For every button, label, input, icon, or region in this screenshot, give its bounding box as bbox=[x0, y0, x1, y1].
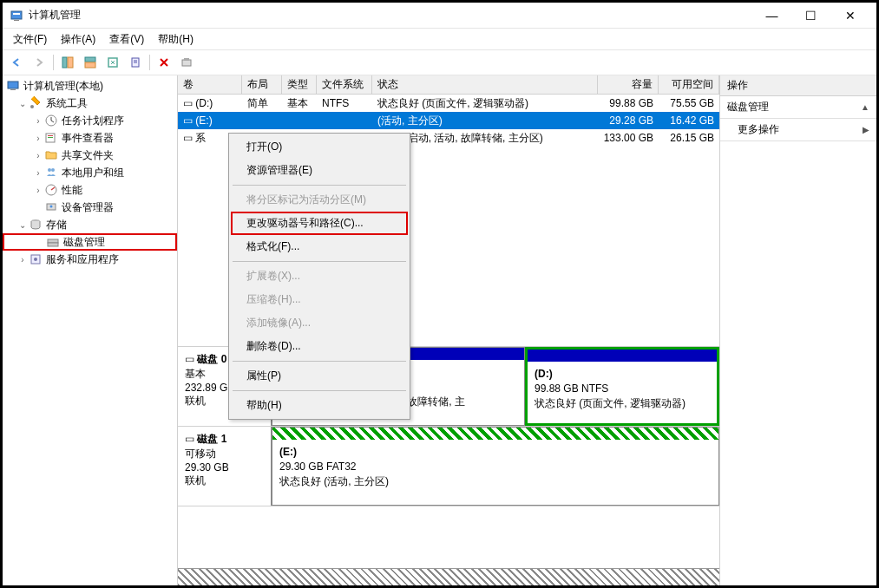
ctx-change-drive-letter[interactable]: 更改驱动器号和路径(C)... bbox=[231, 212, 408, 235]
ctx-open[interactable]: 打开(O) bbox=[231, 135, 408, 159]
expand-icon[interactable]: › bbox=[32, 168, 44, 178]
ctx-properties[interactable]: 属性(P) bbox=[231, 364, 408, 388]
tree-perf[interactable]: › 性能 bbox=[3, 181, 177, 199]
window-controls: — ☐ ✕ bbox=[752, 3, 869, 29]
svg-rect-14 bbox=[10, 89, 16, 90]
refresh-button[interactable] bbox=[102, 52, 123, 73]
tree-label: 设备管理器 bbox=[62, 200, 114, 215]
back-button[interactable] bbox=[6, 52, 27, 73]
collapse-icon[interactable]: ⌄ bbox=[16, 220, 29, 230]
folder-icon bbox=[44, 148, 58, 162]
ctx-delete[interactable]: 删除卷(D)... bbox=[231, 335, 408, 358]
expand-icon[interactable]: › bbox=[32, 116, 44, 126]
svg-point-21 bbox=[51, 168, 55, 172]
svg-rect-1 bbox=[13, 13, 20, 15]
menu-separator bbox=[233, 361, 406, 362]
tree-services[interactable]: › 服务和应用程序 bbox=[3, 251, 177, 268]
properties-button[interactable] bbox=[125, 52, 146, 73]
drive-icon: ▭ bbox=[183, 132, 193, 144]
tree-label: 任务计划程序 bbox=[62, 114, 124, 128]
toolbar-separator bbox=[149, 55, 150, 70]
drive-icon: ▭ bbox=[183, 97, 193, 109]
tree-tasksched[interactable]: › 任务计划程序 bbox=[3, 112, 177, 129]
svg-point-24 bbox=[50, 206, 53, 208]
chevron-up-icon: ▲ bbox=[861, 102, 869, 112]
titlebar: 计算机管理 — ☐ ✕ bbox=[3, 3, 876, 29]
svg-rect-6 bbox=[85, 62, 95, 68]
menu-view[interactable]: 查看(V) bbox=[102, 29, 151, 49]
events-icon bbox=[44, 131, 58, 145]
expand-icon[interactable]: › bbox=[32, 151, 44, 160]
tree-storage[interactable]: ⌄ 存储 bbox=[3, 216, 177, 233]
toolbar-btn-2[interactable] bbox=[80, 52, 101, 73]
partition[interactable]: (E:) 29.30 GB FAT32 状态良好 (活动, 主分区) bbox=[272, 427, 719, 506]
app-icon bbox=[10, 9, 23, 23]
maximize-button[interactable]: ☐ bbox=[791, 3, 830, 29]
tree-eventviewer[interactable]: › 事件查看器 bbox=[3, 129, 177, 147]
svg-rect-27 bbox=[48, 243, 58, 246]
ctx-explorer[interactable]: 资源管理器(E) bbox=[231, 159, 408, 182]
forward-button[interactable] bbox=[29, 52, 49, 73]
ctx-extend: 扩展卷(X)... bbox=[231, 265, 408, 288]
volume-row[interactable]: ▭ (E:) (活动, 主分区) 29.28 GB 16.42 GB bbox=[178, 112, 719, 129]
ctx-help[interactable]: 帮助(H) bbox=[231, 394, 408, 417]
col-volume[interactable]: 卷 bbox=[178, 75, 242, 94]
col-free[interactable]: 可用空间 bbox=[659, 75, 719, 94]
tree-systools[interactable]: ⌄ 系统工具 bbox=[3, 95, 177, 112]
storage-icon bbox=[29, 218, 43, 232]
partition-header bbox=[528, 350, 717, 362]
partition[interactable]: (D:) 99.88 GB NTFS 状态良好 (页面文件, 逻辑驱动器) bbox=[525, 347, 719, 426]
tree-label: 磁盘管理 bbox=[63, 235, 105, 250]
tree-label: 服务和应用程序 bbox=[46, 252, 119, 267]
context-menu[interactable]: 打开(O) 资源管理器(E) 将分区标记为活动分区(M) 更改驱动器号和路径(C… bbox=[228, 133, 410, 420]
expand-icon[interactable]: › bbox=[16, 255, 29, 265]
device-icon bbox=[44, 200, 58, 214]
disk-info[interactable]: ▭ 磁盘 1 可移动 29.30 GB 联机 bbox=[178, 427, 272, 506]
tree-devmgr[interactable]: 设备管理器 bbox=[3, 199, 177, 216]
col-filesystem[interactable]: 文件系统 bbox=[317, 75, 372, 94]
col-layout[interactable]: 布局 bbox=[242, 75, 282, 94]
menu-file[interactable]: 文件(F) bbox=[6, 29, 54, 49]
col-capacity[interactable]: 容量 bbox=[598, 75, 659, 94]
svg-rect-3 bbox=[62, 57, 67, 68]
toolbar-btn-5[interactable] bbox=[176, 52, 197, 73]
window-title: 计算机管理 bbox=[29, 8, 752, 23]
toolbar bbox=[3, 49, 876, 75]
svg-rect-26 bbox=[48, 239, 58, 243]
tree-root-label: 计算机管理(本地) bbox=[23, 79, 103, 94]
chevron-right-icon: ▶ bbox=[863, 125, 869, 134]
tree-root[interactable]: 计算机管理(本地) bbox=[3, 77, 177, 95]
volume-row[interactable]: ▭ (D:) 简单 基本 NTFS 状态良好 (页面文件, 逻辑驱动器) 99.… bbox=[178, 95, 719, 112]
collapse-icon[interactable]: ⌄ bbox=[16, 99, 29, 108]
menu-action[interactable]: 操作(A) bbox=[54, 29, 102, 49]
main-area: 计算机管理(本地) ⌄ 系统工具 › 任务计划程序 › 事件查看器 › 共享文件… bbox=[3, 75, 876, 585]
menu-separator bbox=[233, 390, 406, 391]
tree-localusers[interactable]: › 本地用户和组 bbox=[3, 164, 177, 181]
menubar: 文件(F) 操作(A) 查看(V) 帮助(H) bbox=[3, 29, 876, 49]
close-button[interactable]: ✕ bbox=[830, 3, 869, 29]
minimize-button[interactable]: — bbox=[752, 3, 791, 29]
tree-panel[interactable]: 计算机管理(本地) ⌄ 系统工具 › 任务计划程序 › 事件查看器 › 共享文件… bbox=[3, 75, 178, 585]
expand-icon[interactable]: › bbox=[32, 134, 44, 143]
svg-point-29 bbox=[34, 258, 37, 261]
volume-list-header: 卷 布局 类型 文件系统 状态 容量 可用空间 bbox=[178, 75, 719, 95]
actions-more[interactable]: 更多操作 ▶ bbox=[720, 119, 876, 141]
tree-diskmgmt[interactable]: 磁盘管理 bbox=[3, 233, 177, 251]
svg-rect-5 bbox=[85, 57, 95, 62]
col-type[interactable]: 类型 bbox=[282, 75, 317, 94]
menu-separator bbox=[233, 261, 406, 262]
delete-button[interactable] bbox=[154, 52, 174, 73]
tree-sharedfolders[interactable]: › 共享文件夹 bbox=[3, 147, 177, 164]
ctx-mark-active: 将分区标记为活动分区(M) bbox=[231, 188, 408, 212]
toolbar-btn-1[interactable] bbox=[57, 52, 78, 73]
expand-icon[interactable]: › bbox=[32, 186, 44, 195]
drive-icon: ▭ bbox=[183, 114, 193, 127]
tools-icon bbox=[29, 96, 43, 110]
menu-help[interactable]: 帮助(H) bbox=[151, 29, 200, 49]
actions-section-diskmgmt[interactable]: 磁盘管理 ▲ bbox=[720, 96, 876, 119]
tree-label: 共享文件夹 bbox=[62, 148, 114, 163]
ctx-format[interactable]: 格式化(F)... bbox=[231, 235, 408, 258]
svg-rect-12 bbox=[184, 58, 189, 61]
col-status[interactable]: 状态 bbox=[372, 75, 598, 94]
clock-icon bbox=[44, 114, 58, 127]
